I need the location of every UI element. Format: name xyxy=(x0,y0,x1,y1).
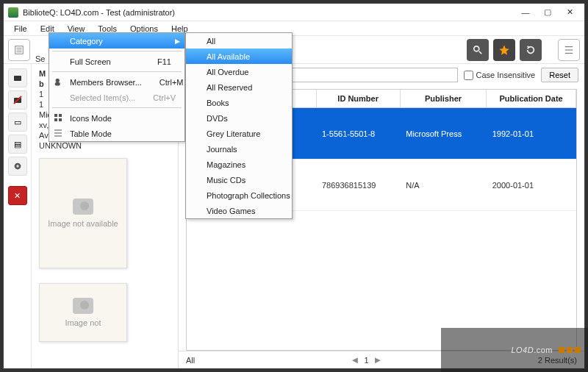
svg-line-5 xyxy=(479,51,482,54)
menu-fullscreen[interactable]: Full Screen F11 xyxy=(49,54,184,69)
row-publisher: N/A xyxy=(400,160,486,211)
vertical-toolbar: ▭ ▤ ✕ xyxy=(4,64,32,368)
star-icon[interactable] xyxy=(493,39,515,61)
page-next-icon[interactable]: ► xyxy=(373,354,383,365)
menu-selected-items: Selected Item(s)... Ctrl+V xyxy=(49,90,184,105)
svg-rect-15 xyxy=(55,82,60,85)
category-submenu: All All Available All Overdue All Reserv… xyxy=(185,32,293,219)
toolbar-doc-icon[interactable] xyxy=(8,39,30,61)
col-date[interactable]: Publication Date xyxy=(487,90,576,108)
search-label-fragment: Se xyxy=(35,54,45,63)
svg-rect-16 xyxy=(54,114,57,117)
search-icon[interactable] xyxy=(467,39,489,61)
submenu-dvds[interactable]: DVDs xyxy=(186,110,292,126)
icons-mode-icon xyxy=(54,113,64,124)
watermark-text: LO4D xyxy=(511,346,534,354)
view-menu-dropdown: Category ▶ Full Screen F11 Members Brows… xyxy=(49,32,185,142)
row-id: 1-5561-5501-8 xyxy=(316,108,400,160)
titlebar: BiblioteQ: LO4D.com - Test (administrato… xyxy=(4,4,584,21)
submenu-all-available[interactable]: All Available xyxy=(186,49,292,64)
camera-icon xyxy=(73,198,93,215)
svg-rect-9 xyxy=(14,76,21,81)
app-icon xyxy=(8,7,18,18)
submenu-all-reserved[interactable]: All Reserved xyxy=(186,79,292,95)
col-publisher[interactable]: Publisher xyxy=(400,90,486,108)
submenu-music-cds[interactable]: Music CDs xyxy=(186,172,292,187)
submenu-all[interactable]: All xyxy=(186,33,292,49)
window-title: BiblioteQ: LO4D.com - Test (administrato… xyxy=(23,8,515,17)
menu-category[interactable]: Category ▶ xyxy=(49,33,184,49)
menu-file[interactable]: File xyxy=(8,23,33,35)
table-mode-icon xyxy=(54,129,64,139)
page-prev-icon[interactable]: ◄ xyxy=(351,354,360,365)
svg-point-4 xyxy=(474,46,479,51)
vtool-item3-icon[interactable]: ▭ xyxy=(8,112,27,132)
submenu-magazines[interactable]: Magazines xyxy=(186,157,292,172)
thumb-label: Image not available xyxy=(48,219,118,228)
menu-table-mode[interactable]: Table Mode xyxy=(49,126,184,141)
list-view-icon[interactable] xyxy=(558,39,580,61)
page-number: 1 xyxy=(364,356,368,365)
reload-icon[interactable] xyxy=(520,39,542,61)
detail-line0: M xyxy=(39,69,46,78)
row-publisher: Microsoft Press xyxy=(400,108,486,160)
maximize-button[interactable]: ▢ xyxy=(537,6,558,19)
submenu-arrow-icon: ▶ xyxy=(175,37,180,45)
case-insensitive-toggle[interactable]: Case Insensitive xyxy=(464,71,536,80)
col-id[interactable]: ID Number xyxy=(316,90,400,108)
submenu-journals[interactable]: Journals xyxy=(186,141,292,157)
svg-rect-19 xyxy=(59,118,62,121)
detail-status: UNKNOWN xyxy=(39,140,171,151)
vtool-delete-icon[interactable]: ✕ xyxy=(8,186,27,205)
vtool-connect-icon[interactable] xyxy=(8,68,27,87)
row-date: 1992-01-01 xyxy=(487,108,576,160)
reset-button[interactable]: Reset xyxy=(541,68,578,82)
detail-line1: b xyxy=(39,79,44,88)
camera-icon xyxy=(73,298,93,314)
svg-point-13 xyxy=(16,165,19,168)
svg-rect-17 xyxy=(59,114,62,117)
watermark: LO4D.com xyxy=(441,328,588,372)
case-insensitive-checkbox[interactable] xyxy=(464,71,473,80)
minimize-button[interactable]: — xyxy=(515,6,536,19)
svg-rect-18 xyxy=(54,118,57,121)
submenu-all-overdue[interactable]: All Overdue xyxy=(186,64,292,79)
row-id: 786936815139 xyxy=(316,160,400,211)
submenu-video-games[interactable]: Video Games xyxy=(186,203,292,218)
menu-icons-mode[interactable]: Icons Mode xyxy=(49,110,184,126)
members-icon xyxy=(54,77,64,87)
cover-thumbnail-2[interactable]: Image not xyxy=(39,283,127,342)
submenu-books[interactable]: Books xyxy=(186,95,292,110)
vtool-settings-icon[interactable] xyxy=(8,157,27,176)
case-insensitive-label: Case Insensitive xyxy=(476,71,536,79)
row-date: 2000-01-01 xyxy=(487,160,576,211)
submenu-grey-literature[interactable]: Grey Literature xyxy=(186,126,292,141)
close-button[interactable]: ✕ xyxy=(559,6,580,19)
status-filter: All xyxy=(186,356,195,365)
menu-members-browser[interactable]: Members Browser... Ctrl+M xyxy=(49,74,184,90)
submenu-photograph-collections[interactable]: Photograph Collections xyxy=(186,187,292,203)
cover-thumbnail[interactable]: Image not available xyxy=(39,158,127,268)
thumb2-label: Image not xyxy=(65,318,101,327)
vtool-disconnect-icon[interactable] xyxy=(8,90,27,110)
vtool-item4-icon[interactable]: ▤ xyxy=(8,135,27,154)
svg-point-14 xyxy=(56,78,60,82)
